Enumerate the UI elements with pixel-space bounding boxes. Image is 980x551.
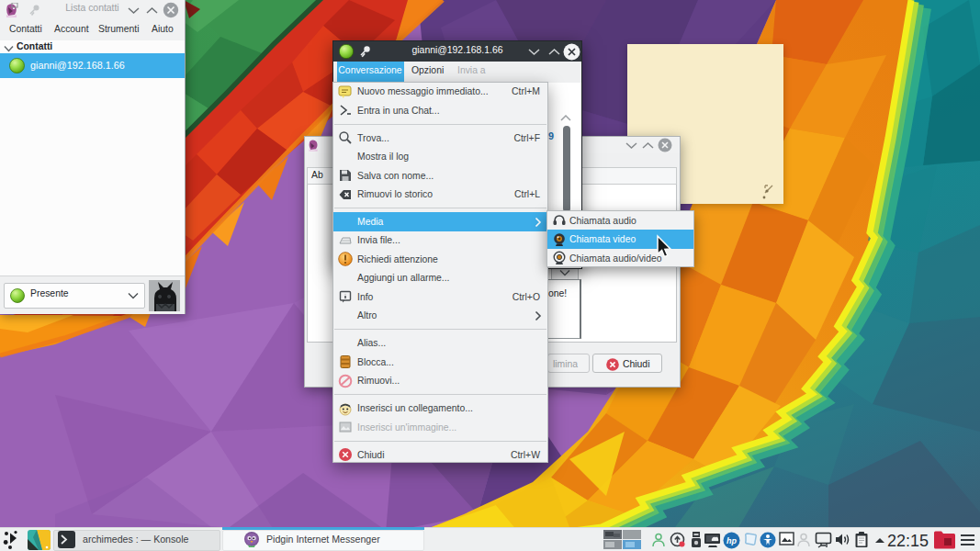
svg-text:hp: hp (727, 536, 737, 545)
